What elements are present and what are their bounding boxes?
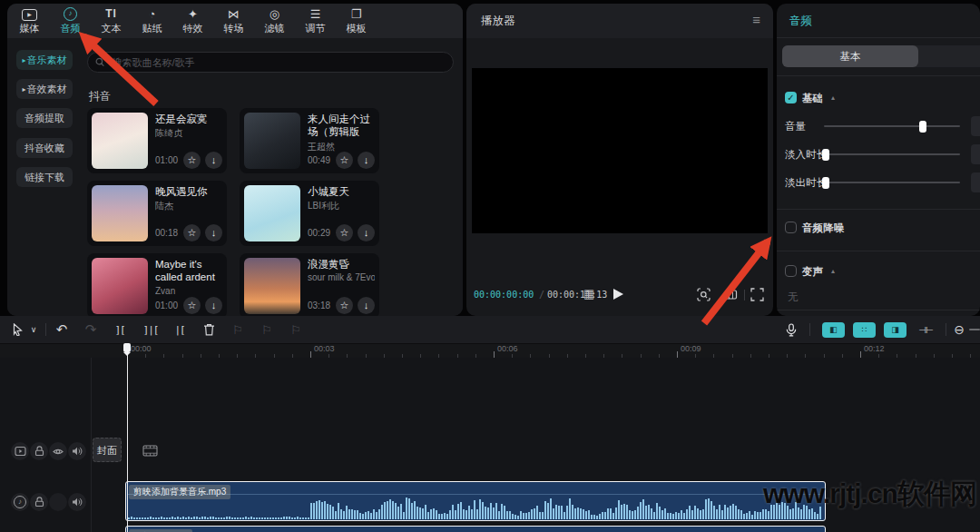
playhead[interactable]	[127, 344, 128, 532]
timeline-ruler[interactable]: 00:0000:0300:0600:0900:12	[0, 344, 980, 358]
fade-in-slider[interactable]	[824, 153, 960, 155]
favorite-star-icon[interactable]: ☆	[183, 224, 201, 241]
play-button[interactable]	[613, 289, 623, 300]
tab-audio[interactable]: ♪ 音频	[50, 4, 91, 38]
download-icon[interactable]: ↓	[205, 224, 222, 241]
delete-right-icon[interactable]: |[	[171, 316, 189, 343]
select-tool-icon[interactable]	[9, 316, 25, 343]
volume-value-box[interactable]	[971, 116, 980, 136]
song-artist: sour milk & 7Evo	[308, 272, 375, 282]
denoise-checkbox[interactable]	[785, 222, 797, 233]
zoom-slider[interactable]	[969, 329, 980, 330]
player-title: 播放器	[481, 4, 515, 38]
sidebar-item-douyin-favorites[interactable]: 抖音收藏	[16, 138, 73, 158]
tab-adjust[interactable]: ☰ 调节	[295, 4, 336, 38]
record-voiceover-icon[interactable]	[782, 316, 800, 343]
download-icon[interactable]: ↓	[205, 297, 222, 314]
tab-effects[interactable]: ✦ 特效	[172, 4, 213, 38]
fullscreen-icon[interactable]	[750, 288, 764, 301]
player-menu-icon[interactable]: ≡	[752, 4, 760, 36]
audio-sidebar: ▸音乐素材 ▸音效素材 音频提取 抖音收藏 链接下载	[7, 38, 80, 316]
favorite-star-icon[interactable]: ☆	[183, 152, 201, 169]
favorite-star-icon[interactable]: ☆	[183, 297, 201, 314]
speaker-icon[interactable]	[68, 442, 86, 460]
hidden-toggle-placeholder	[49, 493, 67, 511]
song-duration: 01:00	[155, 155, 179, 165]
undo-icon[interactable]: ↶	[53, 316, 71, 343]
tab-basic[interactable]: 基本	[782, 45, 918, 67]
split-icon[interactable]: ][	[111, 316, 129, 343]
basic-checkbox[interactable]: ✓	[785, 92, 797, 103]
lock-icon[interactable]	[30, 493, 48, 511]
download-icon[interactable]: ↓	[358, 297, 375, 314]
favorite-star-icon[interactable]: ☆	[336, 224, 353, 241]
music-card[interactable]: 还是会寂寞 陈绮贞 01:00 ☆ ↓	[87, 108, 227, 173]
voice-change-value[interactable]: 无	[788, 291, 799, 304]
fade-out-slider-handle[interactable]	[822, 177, 829, 189]
main-track-magnet-toggle[interactable]: ◧	[822, 322, 845, 338]
download-icon[interactable]: ↓	[205, 152, 222, 169]
collapse-caret-icon[interactable]: ▴	[831, 267, 835, 275]
song-title: 还是会寂寞	[155, 113, 222, 125]
track-mode-icon[interactable]: ⊣⊢	[915, 316, 936, 343]
delete-clip-icon[interactable]	[200, 316, 218, 343]
music-card[interactable]: 来人间走个过场（剪辑版2） 王超然 00:49 ☆ ↓	[240, 108, 379, 173]
fade-out-slider[interactable]	[824, 182, 960, 183]
sidebar-item-link-download[interactable]: 链接下载	[16, 167, 73, 187]
music-card[interactable]: 晚风遇见你 陆杰 00:18 ☆ ↓	[87, 181, 227, 246]
fade-in-slider-handle[interactable]	[822, 149, 829, 161]
album-cover	[92, 185, 148, 241]
tab-template[interactable]: ❐ 模板	[336, 4, 377, 38]
video-track-icon	[11, 442, 29, 460]
section-title: 抖音	[89, 89, 111, 104]
zoom-out-icon[interactable]: ⊖	[951, 316, 967, 343]
sidebar-item-audio-extract[interactable]: 音频提取	[16, 108, 73, 128]
search-input[interactable]	[110, 56, 446, 69]
download-icon[interactable]: ↓	[358, 152, 375, 169]
download-icon[interactable]: ↓	[358, 224, 375, 241]
transition-icon: ⋈	[228, 7, 240, 21]
denoise-label: 音频降噪	[802, 222, 844, 235]
frame-search-icon[interactable]	[697, 288, 710, 301]
sidebar-item-music[interactable]: ▸音乐素材	[16, 50, 73, 70]
lock-icon[interactable]	[30, 442, 48, 460]
cover-button[interactable]: 封面	[93, 438, 122, 462]
waveform	[128, 494, 823, 519]
voice-change-checkbox[interactable]	[785, 265, 797, 277]
collapse-caret-icon[interactable]: ▴	[831, 94, 835, 102]
sidebar-item-sound-effects[interactable]: ▸音效素材	[16, 79, 73, 99]
favorite-star-icon[interactable]: ☆	[336, 152, 353, 169]
eye-icon[interactable]	[49, 442, 67, 460]
album-cover	[244, 185, 300, 241]
delete-left-icon[interactable]: ]|[	[140, 316, 162, 343]
tab-media[interactable]: ▶ 媒体	[9, 4, 50, 38]
tab-sticker[interactable]: ◔ 贴纸	[132, 4, 172, 38]
aspect-ratio-icon[interactable]	[724, 288, 738, 301]
search-bar[interactable]	[87, 52, 454, 73]
song-duration: 00:18	[155, 228, 179, 238]
playhead-handle[interactable]	[123, 343, 131, 352]
music-card[interactable]: 浪漫黄昏 sour milk & 7Evo 03:18 ☆ ↓	[240, 253, 379, 316]
current-time: 00:00:00:00	[474, 290, 534, 300]
tab-transition[interactable]: ⋈ 转场	[213, 4, 254, 38]
tab-filter[interactable]: ◎ 滤镜	[254, 4, 295, 38]
audio-clip[interactable]: 可能（副歌）	[125, 526, 826, 532]
audio-clip[interactable]: 剪映添加背景音乐.mp3	[125, 481, 826, 521]
filmstrip-icon[interactable]	[142, 444, 158, 458]
volume-slider[interactable]	[824, 125, 960, 127]
song-duration: 00:29	[308, 228, 331, 238]
favorite-star-icon[interactable]: ☆	[336, 297, 353, 314]
preview-quality-icon[interactable]: ▦	[583, 287, 594, 300]
auto-snap-toggle[interactable]: ∷	[853, 322, 876, 338]
music-card[interactable]: Maybe it's called ardent love Zvan 01:00…	[87, 253, 227, 316]
chevron-down-icon[interactable]: ∨	[27, 316, 40, 343]
fade-out-value-box[interactable]	[971, 172, 980, 192]
link-toggle[interactable]: ◨	[884, 322, 906, 338]
song-title: 来人间走个过场（剪辑版2）	[308, 113, 375, 139]
fade-in-value-box[interactable]	[971, 144, 980, 164]
music-card[interactable]: 小城夏天 LBI利比 00:29 ☆ ↓	[240, 181, 379, 246]
speaker-icon[interactable]	[68, 493, 86, 511]
volume-slider-handle[interactable]	[919, 121, 926, 133]
album-cover	[92, 113, 148, 169]
tab-text[interactable]: TI 文本	[91, 4, 132, 38]
